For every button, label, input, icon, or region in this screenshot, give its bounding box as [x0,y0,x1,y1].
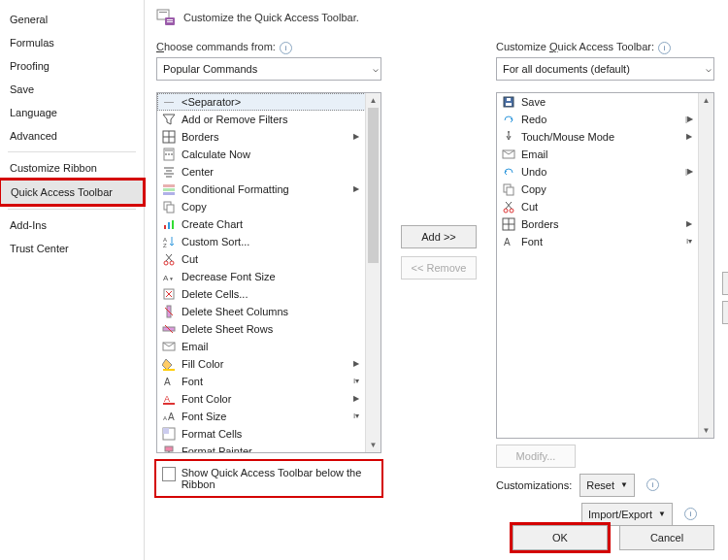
svg-text:▼: ▼ [169,276,174,281]
show-below-ribbon-checkbox[interactable] [162,467,176,481]
svg-rect-1 [159,12,167,13]
list-item[interactable]: —<Separator> [157,93,366,111]
list-item[interactable]: Fill Color▶ [157,355,366,373]
borders-icon [502,217,515,231]
svg-rect-18 [163,188,175,191]
svg-point-11 [168,153,170,155]
list-item-label: Format Cells [182,428,361,440]
list-item[interactable]: Undo|▶ [497,163,699,181]
remove-button[interactable]: << Remove [401,256,477,280]
sidebar-item-advanced[interactable]: Advanced [0,124,144,148]
list-item[interactable]: Calculate Now [157,146,366,163]
submenu-indicator-icon: ▶ [351,394,361,403]
list-item[interactable]: Format Painter [157,443,366,453]
list-item[interactable]: Center [157,163,366,181]
show-below-ribbon-row: Show Quick Access Toolbar below the Ribb… [156,461,381,496]
svg-text:A: A [164,394,170,404]
list-item[interactable]: Save [497,93,699,111]
touch-icon [502,130,515,144]
redo-icon [502,113,515,126]
list-item-label: Touch/Mouse Mode [521,131,678,143]
svg-text:A: A [168,412,175,422]
scroll-up-icon[interactable]: ▲ [699,93,713,108]
scroll-down-icon[interactable]: ▼ [366,438,381,452]
svg-rect-65 [507,187,513,195]
scroll-down-icon[interactable]: ▼ [699,423,713,438]
customize-qat-combo[interactable]: For all documents (default)⌵ [496,57,714,81]
ok-button[interactable]: OK [513,525,608,550]
copy-icon [162,200,176,214]
sidebar-item-formulas[interactable]: Formulas [0,31,144,54]
list-item[interactable]: Format Cells [157,425,366,443]
list-item-label: Cut [182,253,361,265]
add-button[interactable]: Add >> [401,225,477,248]
list-item-label: Custom Sort... [182,236,361,247]
email-icon [162,340,176,353]
scrollbar[interactable]: ▲ ▼ [698,93,713,438]
svg-rect-61 [507,98,511,101]
list-item[interactable]: Borders▶ [497,215,699,233]
list-item[interactable]: A▼Decrease Font Size [157,268,366,285]
move-down-button[interactable]: ▼ [722,301,728,324]
sidebar-item-save[interactable]: Save [0,78,144,101]
qat-listbox[interactable]: SaveRedo|▶Touch/Mouse Mode▶EmailUndo|▶Co… [496,92,714,439]
info-icon[interactable]: i [646,478,659,491]
info-icon[interactable]: i [658,42,671,54]
list-item[interactable]: Delete Sheet Columns [157,303,366,320]
list-item-label: Delete Sheet Rows [182,323,361,335]
sidebar-item-trust-center[interactable]: Trust Center [0,237,144,260]
list-item[interactable]: AFont Color▶ [157,390,366,408]
list-item[interactable]: AFontI▾ [157,373,366,390]
list-item[interactable]: Copy [157,198,366,215]
list-item[interactable]: Borders▶ [157,128,366,146]
list-item[interactable]: Add or Remove Filters [157,111,366,128]
sidebar-item-customize-ribbon[interactable]: Customize Ribbon [0,156,144,180]
import-export-button[interactable]: Import/Export▼ [581,503,673,526]
list-item-label: Undo [521,166,678,178]
info-icon[interactable]: i [280,42,292,54]
svg-rect-23 [168,222,170,229]
list-item[interactable]: AFontI▾ [497,233,699,250]
reset-button[interactable]: Reset▼ [579,474,635,497]
sidebar-item-proofing[interactable]: Proofing [0,54,144,78]
sidebar-item-general[interactable]: General [0,8,144,31]
list-item[interactable]: Create Chart [157,215,366,233]
modify-button[interactable]: Modify... [496,445,576,468]
list-item[interactable]: Cut [497,198,699,215]
sidebar-item-add-ins[interactable]: Add-Ins [0,214,144,237]
svg-rect-44 [163,403,175,405]
list-item[interactable]: AAFont SizeI▾ [157,408,366,425]
list-item[interactable]: Cut [157,250,366,268]
main-panel: Customize the Quick Access Toolbar. Choo… [145,0,728,560]
undo-icon [502,165,515,179]
sidebar: General Formulas Proofing Save Language … [0,0,145,560]
filter-icon [162,113,176,126]
list-item-label: Copy [182,201,361,213]
info-icon[interactable]: i [684,508,697,520]
list-item[interactable]: Redo|▶ [497,111,699,128]
chevron-down-icon: ⌵ [706,63,711,74]
sidebar-item-quick-access-toolbar[interactable]: Quick Access Toolbar [0,180,144,205]
list-item[interactable]: Email [157,338,366,355]
list-item[interactable]: Touch/Mouse Mode▶ [497,128,699,146]
choose-commands-combo[interactable]: Popular Commands⌵ [156,57,381,81]
list-item-label: Cut [521,201,694,213]
list-item[interactable]: Email [497,146,699,163]
scrollbar[interactable]: ▲ ▼ [365,93,381,452]
list-item-label: Add or Remove Filters [182,114,361,125]
font-icon: A [502,235,515,248]
move-up-button[interactable]: ▲ [722,272,728,295]
sidebar-item-language[interactable]: Language [0,101,144,124]
scroll-up-icon[interactable]: ▲ [366,93,381,108]
cut-icon [162,252,176,266]
customizations-label: Customizations: [496,479,572,491]
list-item[interactable]: Copy [497,181,699,198]
commands-listbox[interactable]: —<Separator>Add or Remove FiltersBorders… [156,92,381,453]
list-item[interactable]: Delete Sheet Rows [157,320,366,338]
list-item[interactable]: AZCustom Sort... [157,233,366,250]
list-item-label: Fill Color [182,358,346,370]
list-item[interactable]: Conditional Formatting▶ [157,181,366,198]
cancel-button[interactable]: Cancel [619,525,714,550]
list-item[interactable]: Delete Cells... [157,285,366,303]
fill-icon [162,357,176,371]
